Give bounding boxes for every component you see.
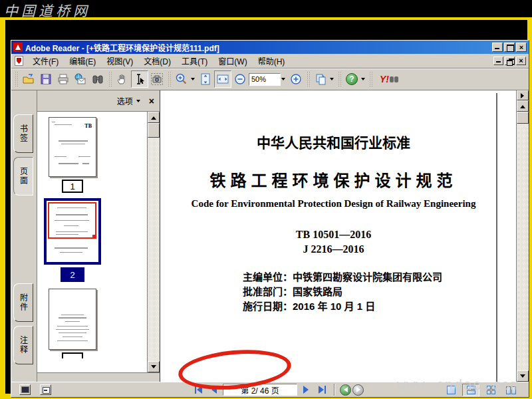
zoom-out-button[interactable] bbox=[231, 70, 249, 88]
toolbar-grip[interactable] bbox=[168, 71, 171, 87]
thumbnail-1-label[interactable]: 1 bbox=[62, 180, 83, 193]
save-button[interactable] bbox=[37, 70, 55, 88]
document-scrollbar[interactable] bbox=[516, 90, 529, 382]
toolbar: ? Y! bbox=[11, 68, 529, 90]
pdf-page[interactable]: 中华人民共和国行业标准 铁路工程环境保护设计规范 Code for Enviro… bbox=[171, 93, 497, 382]
select-text-tool-button[interactable] bbox=[131, 70, 148, 88]
fit-width-icon bbox=[216, 72, 229, 86]
splitter-arrow-icon[interactable] bbox=[517, 90, 529, 100]
title-bar[interactable]: Adobe Reader - [+铁路工程环境保护设计规范111.pdf] × bbox=[11, 41, 529, 54]
thumbnail-page-2-selected[interactable]: 2 bbox=[44, 193, 101, 282]
page-size-icon[interactable] bbox=[40, 384, 51, 395]
main-area: 书签 页面 附件 注释 选项 × bbox=[11, 90, 529, 382]
email-globe-icon bbox=[74, 72, 87, 86]
panel-scroll-thumb[interactable] bbox=[148, 123, 160, 138]
doc-minimize-icon[interactable] bbox=[493, 57, 503, 65]
menu-view[interactable]: 视图(V) bbox=[101, 54, 138, 68]
standard-title-english: Code for Environmental Protection Design… bbox=[171, 198, 496, 209]
doc-scroll-thumb[interactable] bbox=[517, 112, 529, 124]
menu-document[interactable]: 文档(D) bbox=[138, 54, 176, 68]
zoom-in-button[interactable] bbox=[287, 70, 305, 88]
menu-window[interactable]: 窗口(W) bbox=[213, 54, 252, 68]
yahoo-search-button[interactable]: Y! bbox=[374, 70, 404, 88]
doc-scroll-track[interactable] bbox=[517, 124, 529, 370]
toolbar-grip[interactable] bbox=[108, 71, 112, 87]
menu-file[interactable]: 文件(F) bbox=[27, 54, 64, 68]
print-button[interactable] bbox=[55, 70, 72, 88]
yahoo-icon: Y! bbox=[380, 74, 389, 84]
close-icon[interactable]: × bbox=[516, 43, 527, 52]
maximize-icon[interactable] bbox=[504, 43, 515, 52]
hand-tool-button[interactable] bbox=[114, 70, 131, 88]
screen-mode-icon[interactable] bbox=[19, 384, 31, 395]
thumbnail-1-image[interactable]: TB bbox=[49, 117, 96, 177]
toolbar-grip[interactable] bbox=[307, 71, 310, 87]
panel-horizontal-scrollbar[interactable] bbox=[37, 372, 160, 382]
menu-tools[interactable]: 工具(T) bbox=[176, 54, 213, 68]
view-rectangle-handle[interactable] bbox=[92, 235, 96, 239]
page-area: 中华人民共和国行业标准 铁路工程环境保护设计规范 Code for Enviro… bbox=[160, 90, 516, 382]
thumbnail-2-label[interactable]: 2 bbox=[61, 267, 84, 282]
snapshot-tool-button[interactable] bbox=[148, 70, 166, 88]
tab-bookmarks[interactable]: 书签 bbox=[13, 114, 33, 153]
doc-scroll-up-icon[interactable] bbox=[517, 100, 529, 112]
panel-scroll-down-icon[interactable] bbox=[148, 361, 160, 372]
doc-close-icon[interactable]: × bbox=[516, 57, 526, 65]
window-controls: × bbox=[492, 43, 527, 52]
first-page-button[interactable] bbox=[191, 384, 205, 396]
thumbnail-1-tb-text: TB bbox=[84, 123, 92, 129]
statusbar-separator bbox=[334, 384, 335, 396]
toolbar-grip[interactable] bbox=[338, 71, 341, 87]
minimize-icon[interactable] bbox=[492, 43, 503, 52]
thumbnail-page-1[interactable]: TB 1 bbox=[44, 117, 101, 193]
zoom-level-input[interactable] bbox=[249, 73, 281, 86]
tab-comments[interactable]: 注释 bbox=[13, 326, 33, 364]
email-button[interactable] bbox=[72, 70, 89, 88]
fit-page-button[interactable] bbox=[197, 70, 214, 88]
search-button[interactable] bbox=[89, 70, 106, 88]
tab-pages[interactable]: 页面 bbox=[13, 157, 33, 196]
doc-restore-icon[interactable] bbox=[505, 57, 515, 65]
pages-panel: 选项 × TB bbox=[37, 90, 160, 382]
panel-close-icon[interactable]: × bbox=[149, 96, 154, 106]
last-page-button[interactable] bbox=[315, 384, 329, 396]
zoom-tool-dropdown-icon[interactable] bbox=[191, 78, 195, 80]
open-file-button[interactable] bbox=[20, 70, 37, 88]
next-page-button[interactable] bbox=[299, 384, 313, 396]
thumbnail-page-3[interactable] bbox=[44, 282, 101, 358]
help-dropdown-icon[interactable] bbox=[361, 78, 365, 80]
page-display-dropdown-icon[interactable] bbox=[330, 78, 334, 80]
help-button[interactable]: ? bbox=[343, 70, 360, 88]
effective-date-line: 施行日期：2016 年 10 月 1 日 bbox=[243, 299, 442, 314]
binoculars-icon bbox=[91, 72, 104, 86]
options-menu-button[interactable]: 选项 bbox=[117, 95, 142, 106]
floppy-disk-icon bbox=[39, 72, 53, 86]
zoom-level-dropdown-icon[interactable] bbox=[281, 78, 285, 80]
toolbar-grip[interactable] bbox=[15, 71, 18, 87]
screenshot-stage: 中国道桥网 Adobe Reader - [+铁路工程环境保护设计规范111.p… bbox=[0, 0, 532, 399]
thumbnail-3-image[interactable] bbox=[49, 289, 96, 350]
page-number-field[interactable] bbox=[223, 384, 297, 396]
fit-width-button[interactable] bbox=[214, 70, 231, 88]
page-display-button[interactable] bbox=[312, 70, 329, 88]
panel-scrollbar[interactable] bbox=[147, 112, 160, 372]
thumbnail-2-image[interactable] bbox=[47, 201, 98, 262]
menu-help[interactable]: 帮助(H) bbox=[253, 54, 291, 68]
tab-attachments[interactable]: 附件 bbox=[13, 283, 33, 322]
menu-edit[interactable]: 编辑(E) bbox=[64, 54, 101, 68]
panel-scroll-up-icon[interactable] bbox=[148, 112, 160, 123]
standard-heading: 中华人民共和国行业标准 bbox=[171, 132, 496, 152]
toolbar-grip[interactable] bbox=[369, 71, 372, 87]
document-pane: 中华人民共和国行业标准 铁路工程环境保护设计规范 Code for Enviro… bbox=[160, 90, 529, 382]
zoom-tool-button[interactable] bbox=[173, 70, 190, 88]
panel-scroll-track[interactable] bbox=[148, 138, 160, 361]
next-view-button[interactable] bbox=[352, 384, 364, 396]
page-view-rectangle[interactable] bbox=[48, 202, 96, 239]
hand-icon bbox=[116, 72, 129, 86]
thumbnail-2-selection-border[interactable] bbox=[44, 198, 101, 265]
help-icon: ? bbox=[346, 73, 358, 85]
previous-view-button[interactable] bbox=[340, 384, 351, 396]
page-navigation bbox=[191, 384, 364, 396]
pdf-document-icon[interactable] bbox=[15, 56, 23, 66]
previous-page-button[interactable] bbox=[207, 384, 221, 396]
